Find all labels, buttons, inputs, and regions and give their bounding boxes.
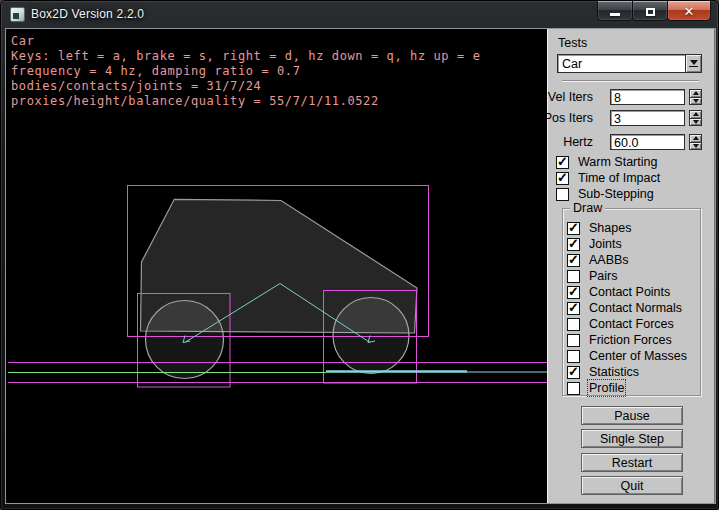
checkbox-label: Contact Normals [589,301,682,315]
close-icon: ✕ [684,4,695,19]
tests-label: Tests [558,36,587,50]
checkbox-label: Statistics [589,365,639,379]
checkbox-box[interactable] [567,286,580,299]
checkbox-box[interactable] [556,172,569,185]
arrow-up-icon [693,136,699,140]
checkbox-box[interactable] [567,350,580,363]
simulation-canvas[interactable]: Car Keys: left = a, brake = s, right = d… [6,29,547,503]
dropdown-arrow-button[interactable] [685,55,701,72]
pos-iters-down-button[interactable] [689,119,702,127]
checkbox-box[interactable] [567,366,580,379]
pause-button[interactable]: Pause [581,406,683,425]
checkbox-box[interactable] [567,334,580,347]
title-bar[interactable]: Box2D Version 2.2.0 ✕ [1,1,718,28]
frequency-text: frequency = 4 hz, damping ratio = 0.7 [11,64,301,79]
vel-iters-up-button[interactable] [689,89,702,98]
single-step-button[interactable]: Single Step [581,429,683,448]
minimize-icon [610,13,620,16]
window-title: Box2D Version 2.2.0 [31,7,144,21]
tests-dropdown-value: Car [558,57,685,71]
checkbox-box[interactable] [556,156,569,169]
draw-group-title: Draw [570,201,605,215]
vel-iters-field[interactable]: 8 [610,89,685,105]
checkbox-label: Joints [589,237,622,251]
checkbox-label: Friction Forces [589,333,672,347]
close-button[interactable]: ✕ [667,1,711,21]
client-area: Car Keys: left = a, brake = s, right = d… [5,28,716,504]
arrow-down-icon [693,144,699,148]
test-title-text: Car [11,34,34,49]
hertz-row: Hertz 60.0 [548,134,702,150]
keys-help-text: Keys: left = a, brake = s, right = d, hz… [11,49,480,64]
checkbox-box[interactable] [567,318,580,331]
hertz-up-button[interactable] [689,134,702,143]
checkbox-label: Sub-Stepping [578,187,654,201]
bodies-stats-text: bodies/contacts/joints = 31/7/24 [11,79,261,94]
checkbox-label: Pairs [589,269,617,283]
checkbox-label: Shapes [589,221,631,235]
checkbox-box[interactable] [567,302,580,315]
app-icon [10,7,25,22]
maximize-icon [646,8,655,16]
checkbox-label: AABBs [589,253,629,267]
vel-iters-spinner [689,89,702,105]
proxies-stats-text: proxies/height/balance/quality = 55/7/1/… [11,94,379,109]
checkbox-label: Time of Impact [578,171,660,185]
draw-groupbox: Draw Shapes Joints AABBs Pairs [562,208,701,396]
checkbox-label: Warm Starting [578,155,657,169]
maximize-button[interactable] [632,1,667,21]
app-window: Box2D Version 2.2.0 ✕ Car Keys: left = a… [0,0,719,510]
pos-iters-row: Pos Iters 3 [548,110,702,126]
caption-buttons: ✕ [597,1,711,21]
checkbox-box[interactable] [556,188,569,201]
checkbox-box[interactable] [567,382,580,395]
arrow-up-icon [693,91,699,95]
hertz-spinner [689,134,702,150]
control-panel: Tests Car Vel Iters 8 Pos Iters 3 [547,29,715,503]
arrow-up-icon [693,112,699,116]
quit-button[interactable]: Quit [581,476,683,495]
pos-iters-up-button[interactable] [689,110,702,119]
hertz-label: Hertz [563,135,593,149]
chevron-underline [689,66,698,67]
vel-iters-label: Vel Iters [548,90,593,104]
vel-iters-down-button[interactable] [689,98,702,106]
checkbox-label: Contact Forces [589,317,674,331]
tests-dropdown[interactable]: Car [557,54,702,73]
chevron-down-icon [690,60,698,65]
checkbox-label: Contact Points [589,285,670,299]
separator-line [562,80,699,82]
arrow-down-icon [693,99,699,103]
checkbox-box[interactable] [567,238,580,251]
pos-iters-field[interactable]: 3 [610,110,685,126]
checkbox-label: Center of Masses [589,349,687,363]
minimize-button[interactable] [597,1,632,21]
restart-button[interactable]: Restart [581,453,683,472]
vel-iters-row: Vel Iters 8 [548,89,702,105]
checkbox-box[interactable] [567,254,580,267]
pos-iters-label: Pos Iters [544,111,593,125]
checkbox-label: Profile [589,381,624,395]
checkbox-box[interactable] [567,270,580,283]
hertz-down-button[interactable] [689,143,702,151]
hertz-field[interactable]: 60.0 [610,134,685,150]
pos-iters-spinner [689,110,702,126]
arrow-down-icon [693,120,699,124]
rear-wheel [146,301,224,379]
checkbox-box[interactable] [567,222,580,235]
